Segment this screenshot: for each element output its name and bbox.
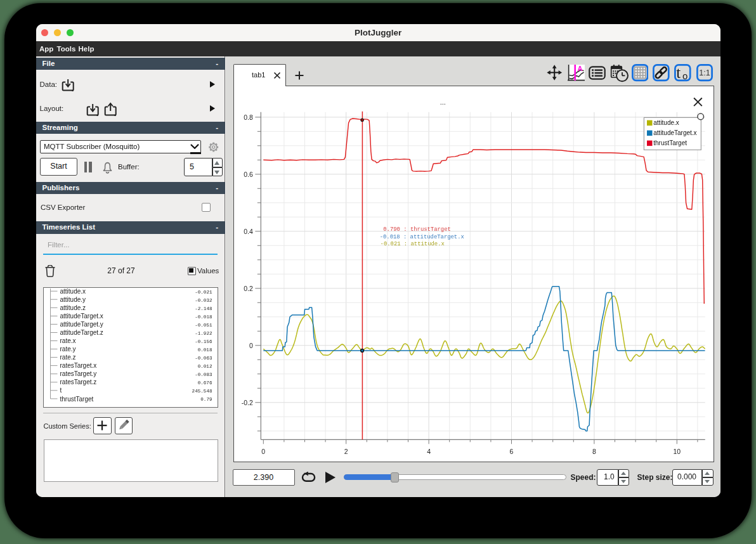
svg-text:thrustTarget: thrustTarget: [653, 140, 687, 147]
svg-text:0: 0: [249, 342, 253, 349]
svg-text:ratesTarget.z: ratesTarget.z: [60, 379, 96, 385]
svg-text:2: 2: [344, 448, 348, 455]
svg-text:attitude.x: attitude.x: [60, 288, 86, 295]
svg-text:-0.063: -0.063: [195, 356, 212, 361]
svg-text:245.548: 245.548: [192, 389, 212, 394]
svg-text:8: 8: [592, 448, 596, 455]
svg-text:-0.083: -0.083: [195, 372, 212, 377]
svg-text:0.790 : thrustTarget: 0.790 : thrustTarget: [383, 227, 451, 233]
svg-text:0.79: 0.79: [200, 397, 212, 402]
svg-text:4: 4: [427, 448, 431, 455]
svg-text:attitudeTarget.z: attitudeTarget.z: [60, 329, 103, 336]
svg-text:attitudeTarget.y: attitudeTarget.y: [60, 321, 103, 328]
svg-text:0.2: 0.2: [244, 285, 253, 292]
svg-text:1:1: 1:1: [700, 69, 710, 78]
svg-text:10: 10: [674, 448, 681, 455]
svg-text:-0.018 : attitudeTarget.x: -0.018 : attitudeTarget.x: [380, 234, 464, 240]
svg-text:-2.148: -2.148: [195, 306, 212, 311]
svg-text:0.4: 0.4: [244, 228, 253, 235]
svg-text:rate.x: rate.x: [60, 337, 75, 344]
svg-text:ratesTarget.x: ratesTarget.x: [60, 362, 96, 369]
svg-text:o: o: [682, 70, 688, 81]
svg-text:0.676: 0.676: [197, 380, 212, 385]
svg-text:t: t: [676, 65, 681, 82]
svg-text:attitude.x: attitude.x: [653, 120, 679, 127]
svg-text:attitudeTarget.x: attitudeTarget.x: [60, 313, 103, 320]
svg-text:-0.051: -0.051: [195, 323, 212, 328]
svg-text:attitudeTarget.x: attitudeTarget.x: [653, 130, 696, 137]
svg-text:ratesTarget.y: ratesTarget.y: [60, 370, 96, 377]
svg-text:...: ...: [440, 98, 446, 106]
svg-text:attitude.y: attitude.y: [60, 296, 86, 303]
svg-text:0: 0: [262, 448, 266, 455]
svg-text:0.6: 0.6: [244, 171, 253, 178]
svg-text:rate.z: rate.z: [60, 354, 75, 361]
svg-text:-0.032: -0.032: [195, 298, 212, 303]
svg-text:6: 6: [510, 448, 514, 455]
svg-text:attitude.z: attitude.z: [60, 304, 86, 311]
svg-text:-0.156: -0.156: [195, 339, 212, 344]
svg-text:thrustTarget: thrustTarget: [60, 396, 93, 403]
svg-text:t: t: [60, 387, 62, 394]
svg-text:-1.922: -1.922: [195, 331, 212, 336]
svg-text:0.012: 0.012: [197, 364, 212, 369]
svg-text:rate.y: rate.y: [60, 346, 75, 353]
svg-text:-0.021 : attitude.x: -0.021 : attitude.x: [381, 241, 445, 247]
svg-text:-0.018: -0.018: [195, 314, 212, 320]
svg-text:A: A: [578, 65, 583, 72]
svg-text:0.018: 0.018: [197, 347, 212, 353]
svg-text:0.8: 0.8: [244, 114, 253, 121]
svg-text:-0.2: -0.2: [242, 399, 253, 406]
svg-text:-0.021: -0.021: [195, 290, 212, 295]
